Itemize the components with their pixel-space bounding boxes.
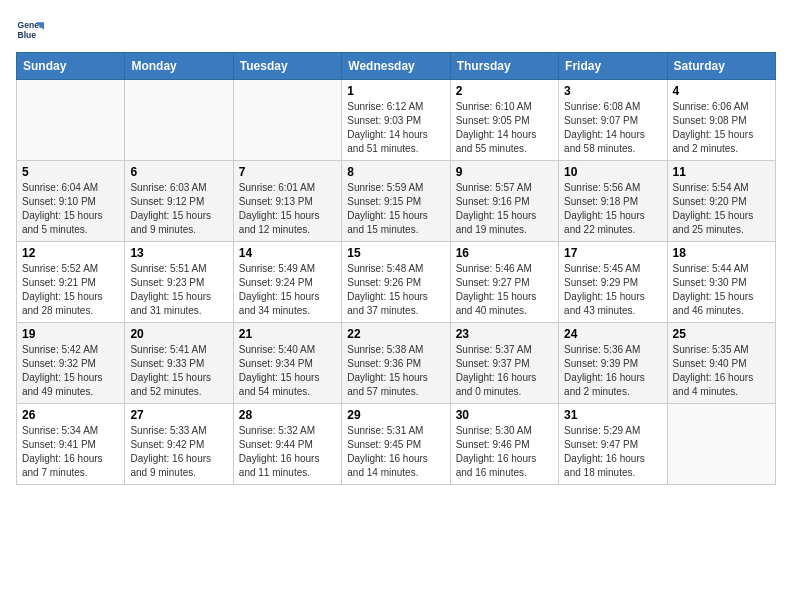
sunrise-text: Sunrise: 5:31 AM bbox=[347, 425, 423, 436]
sunset-text: Sunset: 9:47 PM bbox=[564, 439, 638, 450]
day-info: Sunrise: 5:34 AMSunset: 9:41 PMDaylight:… bbox=[22, 424, 119, 480]
calendar-day-cell bbox=[125, 80, 233, 161]
sunrise-text: Sunrise: 5:59 AM bbox=[347, 182, 423, 193]
daylight-text: Daylight: 16 hours and 4 minutes. bbox=[673, 372, 754, 397]
sunrise-text: Sunrise: 5:45 AM bbox=[564, 263, 640, 274]
day-info: Sunrise: 6:04 AMSunset: 9:10 PMDaylight:… bbox=[22, 181, 119, 237]
sunrise-text: Sunrise: 6:06 AM bbox=[673, 101, 749, 112]
daylight-text: Daylight: 16 hours and 16 minutes. bbox=[456, 453, 537, 478]
day-number: 13 bbox=[130, 246, 227, 260]
sunrise-text: Sunrise: 5:44 AM bbox=[673, 263, 749, 274]
calendar-day-cell: 1Sunrise: 6:12 AMSunset: 9:03 PMDaylight… bbox=[342, 80, 450, 161]
daylight-text: Daylight: 15 hours and 46 minutes. bbox=[673, 291, 754, 316]
daylight-text: Daylight: 14 hours and 55 minutes. bbox=[456, 129, 537, 154]
sunset-text: Sunset: 9:29 PM bbox=[564, 277, 638, 288]
day-of-week-header: Tuesday bbox=[233, 53, 341, 80]
calendar-day-cell bbox=[233, 80, 341, 161]
daylight-text: Daylight: 15 hours and 2 minutes. bbox=[673, 129, 754, 154]
day-number: 6 bbox=[130, 165, 227, 179]
daylight-text: Daylight: 16 hours and 9 minutes. bbox=[130, 453, 211, 478]
day-number: 7 bbox=[239, 165, 336, 179]
day-number: 29 bbox=[347, 408, 444, 422]
sunset-text: Sunset: 9:33 PM bbox=[130, 358, 204, 369]
day-info: Sunrise: 5:46 AMSunset: 9:27 PMDaylight:… bbox=[456, 262, 553, 318]
day-info: Sunrise: 5:41 AMSunset: 9:33 PMDaylight:… bbox=[130, 343, 227, 399]
calendar-day-cell: 9Sunrise: 5:57 AMSunset: 9:16 PMDaylight… bbox=[450, 161, 558, 242]
day-number: 11 bbox=[673, 165, 770, 179]
day-number: 23 bbox=[456, 327, 553, 341]
day-number: 9 bbox=[456, 165, 553, 179]
day-info: Sunrise: 5:57 AMSunset: 9:16 PMDaylight:… bbox=[456, 181, 553, 237]
calendar-day-cell: 12Sunrise: 5:52 AMSunset: 9:21 PMDayligh… bbox=[17, 242, 125, 323]
daylight-text: Daylight: 15 hours and 9 minutes. bbox=[130, 210, 211, 235]
calendar-day-cell: 26Sunrise: 5:34 AMSunset: 9:41 PMDayligh… bbox=[17, 404, 125, 485]
day-number: 22 bbox=[347, 327, 444, 341]
day-number: 16 bbox=[456, 246, 553, 260]
day-info: Sunrise: 5:59 AMSunset: 9:15 PMDaylight:… bbox=[347, 181, 444, 237]
daylight-text: Daylight: 15 hours and 31 minutes. bbox=[130, 291, 211, 316]
logo-icon: General Blue bbox=[16, 16, 44, 44]
day-number: 24 bbox=[564, 327, 661, 341]
day-info: Sunrise: 5:45 AMSunset: 9:29 PMDaylight:… bbox=[564, 262, 661, 318]
calendar-day-cell bbox=[667, 404, 775, 485]
daylight-text: Daylight: 15 hours and 5 minutes. bbox=[22, 210, 103, 235]
day-info: Sunrise: 5:30 AMSunset: 9:46 PMDaylight:… bbox=[456, 424, 553, 480]
sunset-text: Sunset: 9:18 PM bbox=[564, 196, 638, 207]
day-number: 15 bbox=[347, 246, 444, 260]
calendar-day-cell: 31Sunrise: 5:29 AMSunset: 9:47 PMDayligh… bbox=[559, 404, 667, 485]
daylight-text: Daylight: 15 hours and 34 minutes. bbox=[239, 291, 320, 316]
daylight-text: Daylight: 15 hours and 52 minutes. bbox=[130, 372, 211, 397]
daylight-text: Daylight: 15 hours and 49 minutes. bbox=[22, 372, 103, 397]
daylight-text: Daylight: 15 hours and 57 minutes. bbox=[347, 372, 428, 397]
day-info: Sunrise: 6:12 AMSunset: 9:03 PMDaylight:… bbox=[347, 100, 444, 156]
day-number: 20 bbox=[130, 327, 227, 341]
sunrise-text: Sunrise: 5:34 AM bbox=[22, 425, 98, 436]
daylight-text: Daylight: 15 hours and 40 minutes. bbox=[456, 291, 537, 316]
day-number: 19 bbox=[22, 327, 119, 341]
sunset-text: Sunset: 9:15 PM bbox=[347, 196, 421, 207]
sunset-text: Sunset: 9:10 PM bbox=[22, 196, 96, 207]
logo: General Blue bbox=[16, 16, 48, 44]
calendar-week-row: 1Sunrise: 6:12 AMSunset: 9:03 PMDaylight… bbox=[17, 80, 776, 161]
day-info: Sunrise: 5:37 AMSunset: 9:37 PMDaylight:… bbox=[456, 343, 553, 399]
day-info: Sunrise: 6:03 AMSunset: 9:12 PMDaylight:… bbox=[130, 181, 227, 237]
sunset-text: Sunset: 9:24 PM bbox=[239, 277, 313, 288]
day-of-week-header: Friday bbox=[559, 53, 667, 80]
calendar-day-cell: 20Sunrise: 5:41 AMSunset: 9:33 PMDayligh… bbox=[125, 323, 233, 404]
daylight-text: Daylight: 16 hours and 0 minutes. bbox=[456, 372, 537, 397]
daylight-text: Daylight: 15 hours and 28 minutes. bbox=[22, 291, 103, 316]
daylight-text: Daylight: 14 hours and 51 minutes. bbox=[347, 129, 428, 154]
sunset-text: Sunset: 9:23 PM bbox=[130, 277, 204, 288]
sunrise-text: Sunrise: 5:46 AM bbox=[456, 263, 532, 274]
sunrise-text: Sunrise: 6:01 AM bbox=[239, 182, 315, 193]
sunset-text: Sunset: 9:05 PM bbox=[456, 115, 530, 126]
day-of-week-header: Monday bbox=[125, 53, 233, 80]
sunrise-text: Sunrise: 5:32 AM bbox=[239, 425, 315, 436]
calendar-week-row: 12Sunrise: 5:52 AMSunset: 9:21 PMDayligh… bbox=[17, 242, 776, 323]
sunrise-text: Sunrise: 5:41 AM bbox=[130, 344, 206, 355]
sunset-text: Sunset: 9:45 PM bbox=[347, 439, 421, 450]
sunrise-text: Sunrise: 5:33 AM bbox=[130, 425, 206, 436]
sunrise-text: Sunrise: 6:12 AM bbox=[347, 101, 423, 112]
day-number: 17 bbox=[564, 246, 661, 260]
sunset-text: Sunset: 9:26 PM bbox=[347, 277, 421, 288]
day-number: 25 bbox=[673, 327, 770, 341]
day-number: 30 bbox=[456, 408, 553, 422]
calendar-day-cell: 22Sunrise: 5:38 AMSunset: 9:36 PMDayligh… bbox=[342, 323, 450, 404]
sunset-text: Sunset: 9:07 PM bbox=[564, 115, 638, 126]
sunset-text: Sunset: 9:21 PM bbox=[22, 277, 96, 288]
daylight-text: Daylight: 16 hours and 7 minutes. bbox=[22, 453, 103, 478]
calendar-day-cell: 18Sunrise: 5:44 AMSunset: 9:30 PMDayligh… bbox=[667, 242, 775, 323]
sunrise-text: Sunrise: 5:30 AM bbox=[456, 425, 532, 436]
page-header: General Blue bbox=[16, 16, 776, 44]
calendar-day-cell: 19Sunrise: 5:42 AMSunset: 9:32 PMDayligh… bbox=[17, 323, 125, 404]
day-info: Sunrise: 5:54 AMSunset: 9:20 PMDaylight:… bbox=[673, 181, 770, 237]
sunset-text: Sunset: 9:37 PM bbox=[456, 358, 530, 369]
day-number: 28 bbox=[239, 408, 336, 422]
sunset-text: Sunset: 9:36 PM bbox=[347, 358, 421, 369]
day-number: 12 bbox=[22, 246, 119, 260]
sunset-text: Sunset: 9:32 PM bbox=[22, 358, 96, 369]
daylight-text: Daylight: 15 hours and 19 minutes. bbox=[456, 210, 537, 235]
day-number: 27 bbox=[130, 408, 227, 422]
sunset-text: Sunset: 9:46 PM bbox=[456, 439, 530, 450]
